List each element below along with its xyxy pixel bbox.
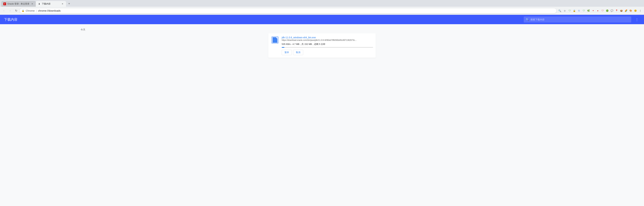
downloads-menu-button[interactable]: ⋮ bbox=[634, 16, 640, 22]
page-content: 下载内容 🔍 ⋮ 今天 jdk-11.0.6_windows-x64_bin.e… bbox=[0, 15, 644, 206]
search-input[interactable] bbox=[530, 18, 629, 21]
tab-oracle-title: Oracle 登录 - 单点登录 bbox=[8, 2, 30, 6]
address-security-icon: 🔒 bbox=[22, 10, 24, 12]
ext-icon-12[interactable]: 📦 bbox=[619, 8, 624, 13]
cancel-button[interactable]: 取消 bbox=[293, 50, 303, 55]
search-button[interactable]: 🔍 bbox=[557, 8, 562, 13]
tab-oracle[interactable]: O Oracle 登录 - 单点登录 ✕ bbox=[1, 1, 36, 7]
ext-icon-emoji[interactable]: 😊 bbox=[633, 8, 638, 13]
download-actions: 暂停 取消 bbox=[282, 50, 373, 55]
tab-bar: O Oracle 登录 - 单点登录 ✕ ⬇ 下载内容 ✕ + bbox=[0, 0, 644, 7]
address-separator: | bbox=[36, 9, 38, 12]
ext-icon-13[interactable]: 🌈 bbox=[624, 8, 628, 13]
download-filename[interactable]: jdk-11.0.6_windows-x64_bin.exe bbox=[282, 36, 316, 39]
tab-downloads-title: 下载内容 bbox=[42, 2, 60, 6]
downloads-page-title: 下载内容 bbox=[4, 17, 521, 22]
file-icon bbox=[272, 37, 278, 43]
back-button[interactable]: ← bbox=[1, 8, 7, 14]
chrome-menu-button[interactable]: ⋮ bbox=[638, 8, 643, 13]
forward-button[interactable]: → bbox=[8, 8, 13, 14]
address-url: chrome://downloads bbox=[38, 9, 61, 12]
downloads-favicon: ⬇ bbox=[38, 2, 40, 5]
download-url: https://download.oracle.com/otn/java/jdk… bbox=[282, 39, 362, 41]
ext-icon-4[interactable]: 🛡 bbox=[582, 8, 586, 13]
ext-icon-8[interactable]: 🛡 bbox=[600, 8, 605, 13]
address-brand: Chrome bbox=[26, 9, 34, 12]
tab-downloads-close[interactable]: ✕ bbox=[61, 2, 64, 6]
download-status: 535 KB/s - 4.7 MB，共 152 MB，还剩 5 分钟 bbox=[282, 43, 373, 46]
pause-button[interactable]: 暂停 bbox=[282, 50, 292, 55]
ext-icon-11[interactable]: 📍 bbox=[614, 8, 619, 13]
ext-icon-14[interactable]: 🎨 bbox=[628, 8, 633, 13]
download-card: jdk-11.0.6_windows-x64_bin.exe https://d… bbox=[268, 33, 376, 58]
file-icon-wrapper bbox=[271, 36, 279, 44]
search-bar-container[interactable]: 🔍 bbox=[524, 16, 631, 22]
new-tab-button[interactable]: + bbox=[67, 1, 72, 6]
search-bar-icon: 🔍 bbox=[526, 18, 529, 21]
ext-icon-10[interactable]: 💬 bbox=[610, 8, 614, 13]
ext-icon-9[interactable]: 🟢 bbox=[605, 8, 610, 13]
bookmark-button[interactable]: ☆ bbox=[562, 8, 567, 13]
ext-icon-5[interactable]: 🌿 bbox=[586, 8, 590, 13]
download-info: jdk-11.0.6_windows-x64_bin.exe https://d… bbox=[282, 36, 373, 55]
tab-oracle-close[interactable]: ✕ bbox=[31, 2, 34, 6]
progress-bar-fill bbox=[282, 47, 284, 48]
address-bar[interactable]: 🔒 Chrome | chrome://downloads bbox=[20, 8, 557, 14]
ext-icon-3[interactable]: G bbox=[577, 8, 581, 13]
toolbar-icons: 🔍 ☆ 🛡 🔒 G 🛡 🌿 ✦ ● 🛡 🟢 💬 📍 📦 🌈 🎨 😊 ⋮ bbox=[557, 8, 643, 13]
browser-frame: O Oracle 登录 - 单点登录 ✕ ⬇ 下载内容 ✕ + ← → ↻ 🔒 … bbox=[0, 0, 644, 206]
downloads-list: 今天 jdk-11.0.6_windows-x64_bin.exe https:… bbox=[0, 24, 644, 206]
oracle-favicon: O bbox=[3, 2, 6, 5]
toolbar: ← → ↻ 🔒 Chrome | chrome://downloads 🔍 ☆ … bbox=[0, 7, 644, 15]
downloads-header: 下载内容 🔍 ⋮ bbox=[0, 15, 644, 24]
ext-icon-2[interactable]: 🔒 bbox=[572, 8, 576, 13]
reload-button[interactable]: ↻ bbox=[14, 8, 19, 14]
file-icon-blue bbox=[272, 37, 277, 43]
ext-icon-6[interactable]: ✦ bbox=[591, 8, 595, 13]
date-section-label: 今天 bbox=[0, 28, 644, 33]
ext-icon-1[interactable]: 🛡 bbox=[568, 8, 572, 13]
progress-bar-container bbox=[282, 47, 373, 48]
ext-icon-7[interactable]: ● bbox=[596, 8, 600, 13]
address-bar-text: Chrome | chrome://downloads bbox=[26, 9, 554, 12]
tab-downloads[interactable]: ⬇ 下载内容 ✕ bbox=[36, 1, 66, 7]
